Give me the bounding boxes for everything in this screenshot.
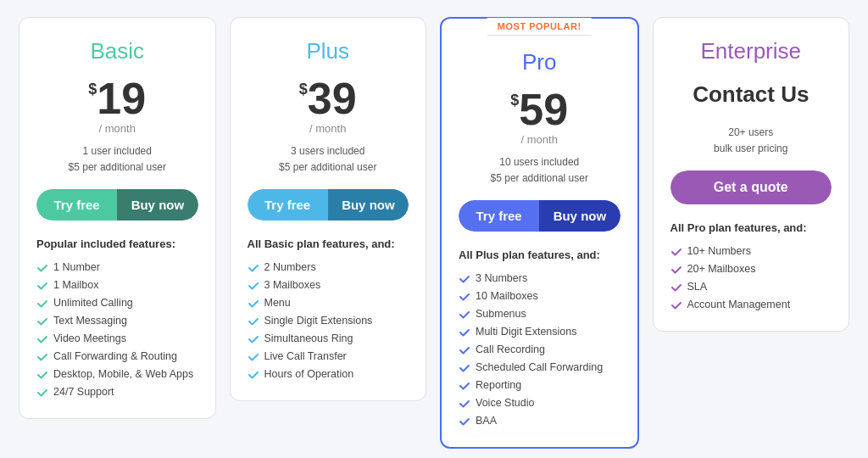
check-icon (670, 282, 682, 293)
check-icon (36, 280, 48, 292)
feature-item: Text Messaging (36, 312, 198, 330)
check-icon (459, 273, 470, 285)
feature-item: 1 Mailbox (36, 276, 198, 294)
btn-group-plus: Try free Buy now (248, 189, 409, 221)
feature-item: Live Call Transfer (248, 348, 409, 366)
price-container-basic: $ 19 / month (36, 76, 198, 135)
check-icon (248, 280, 259, 292)
check-icon (248, 351, 259, 363)
features-label-plus: All Basic plan features, and: (248, 237, 409, 250)
feature-item: 24/7 Support (36, 383, 198, 401)
feature-item: 2 Numbers (248, 259, 409, 276)
feature-list-pro: 3 Numbers 10 Mailboxes Submenus Multi Di… (459, 270, 620, 430)
features-label-pro: All Plus plan features, and: (459, 249, 620, 261)
check-icon (459, 291, 470, 303)
pricing-container: Basic $ 19 / month 1 user included$5 per… (19, 17, 849, 449)
user-info-enterprise: 20+ usersbulk user pricing (670, 125, 832, 157)
plan-name-plus: Plus (248, 38, 409, 64)
check-icon (248, 262, 259, 274)
plan-card-pro: MOST POPULAR!Pro $ 59 / month 10 users i… (440, 17, 639, 449)
contact-us-text: Contact Us (670, 81, 832, 108)
try-free-button-plus[interactable]: Try free (248, 189, 328, 221)
feature-item: 10+ Numbers (670, 243, 832, 260)
feature-item: Unlimited Calling (36, 294, 198, 312)
check-icon (36, 298, 48, 310)
check-icon (36, 333, 48, 345)
plan-name-pro: Pro (459, 49, 620, 75)
user-info-basic: 1 user included$5 per additional user (36, 143, 198, 176)
feature-item: 20+ Mailboxes (670, 260, 832, 278)
try-free-button-basic[interactable]: Try free (36, 189, 117, 221)
feature-item: Simultaneous Ring (248, 330, 409, 348)
check-icon (459, 416, 470, 427)
feature-list-plus: 2 Numbers 3 Mailboxes Menu Single Digit … (248, 259, 409, 383)
price-display-plus: $ 39 (248, 76, 409, 120)
check-icon (36, 351, 48, 363)
buy-now-button-pro[interactable]: Buy now (539, 200, 620, 232)
feature-item: 10 Mailboxes (459, 288, 620, 305)
feature-item: 1 Number (36, 259, 198, 276)
feature-item: SLA (670, 278, 832, 296)
check-icon (670, 246, 682, 258)
check-icon (248, 316, 259, 327)
get-quote-button[interactable]: Get a quote (670, 170, 832, 204)
features-label-basic: Popular included features: (36, 237, 198, 250)
user-info-pro: 10 users included$5 per additional user (459, 154, 620, 187)
check-icon (36, 369, 48, 381)
check-icon (459, 327, 470, 338)
btn-group-basic: Try free Buy now (36, 189, 198, 221)
try-free-button-pro[interactable]: Try free (459, 200, 539, 232)
feature-item: Voice Studio (459, 394, 620, 412)
check-icon (670, 299, 682, 311)
price-period-basic: / month (36, 122, 198, 135)
price-period-plus: / month (248, 122, 409, 135)
price-container-plus: $ 39 / month (248, 76, 409, 135)
plan-card-enterprise: EnterpriseContact Us20+ usersbulk user p… (653, 17, 850, 332)
price-display-pro: $ 59 (459, 87, 620, 131)
check-icon (459, 344, 470, 356)
feature-item: Call Recording (459, 341, 620, 359)
btn-group-pro: Try free Buy now (459, 200, 620, 232)
feature-item: Single Digit Extensions (248, 312, 409, 330)
feature-item: 3 Mailboxes (248, 276, 409, 294)
price-dollar-basic: $ (88, 81, 97, 97)
plan-card-plus: Plus $ 39 / month 3 users included$5 per… (230, 17, 427, 401)
price-dollar-pro: $ (510, 92, 519, 108)
buy-now-button-plus[interactable]: Buy now (328, 189, 409, 221)
check-icon (670, 264, 682, 276)
feature-item: Video Meetings (36, 330, 198, 348)
price-period-pro: / month (459, 133, 620, 146)
buy-now-button-basic[interactable]: Buy now (117, 189, 198, 221)
btn-group-enterprise: Get a quote (670, 170, 832, 204)
feature-item: Hours of Operation (248, 366, 409, 383)
price-amount-basic: 19 (97, 76, 146, 120)
feature-item: Multi Digit Extensions (459, 323, 620, 341)
most-popular-badge: MOST POPULAR! (487, 18, 592, 36)
plan-card-basic: Basic $ 19 / month 1 user included$5 per… (19, 17, 216, 419)
check-icon (36, 316, 48, 327)
plan-name-basic: Basic (36, 38, 198, 64)
feature-item: BAA (459, 412, 620, 430)
feature-item: Menu (248, 294, 409, 312)
user-info-plus: 3 users included$5 per additional user (248, 143, 409, 176)
price-amount-plus: 39 (308, 76, 357, 120)
feature-item: 3 Numbers (459, 270, 620, 288)
feature-item: Submenus (459, 305, 620, 323)
check-icon (459, 380, 470, 392)
plan-name-enterprise: Enterprise (670, 38, 832, 64)
price-amount-pro: 59 (519, 87, 568, 131)
feature-item: Scheduled Call Forwarding (459, 359, 620, 377)
check-icon (459, 398, 470, 410)
feature-item: Reporting (459, 377, 620, 394)
feature-item: Call Forwarding & Routing (36, 348, 198, 366)
price-dollar-plus: $ (299, 81, 308, 97)
price-display-basic: $ 19 (36, 76, 198, 120)
check-icon (459, 362, 470, 374)
check-icon (248, 298, 259, 310)
feature-item: Account Management (670, 296, 832, 314)
features-label-enterprise: All Pro plan features, and: (670, 221, 832, 234)
check-icon (36, 387, 48, 399)
price-container-pro: $ 59 / month (459, 87, 620, 146)
check-icon (459, 309, 470, 321)
feature-list-basic: 1 Number 1 Mailbox Unlimited Calling Tex… (36, 259, 198, 401)
